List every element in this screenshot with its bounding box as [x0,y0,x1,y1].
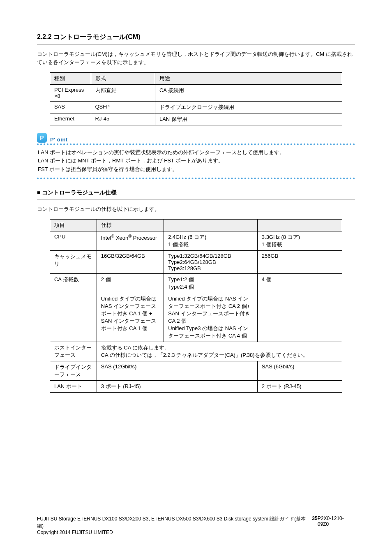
footer-left: FUJITSU Storage ETERNUS DX100 S3/DX200 S… [37,516,312,535]
table-row: キャッシュメモリ16GB/32GB/64GBType1:32GB/64GB/12… [50,250,342,273]
table-cell: Ethernet [50,113,91,125]
table-row: SASQSFPドライブエンクロージャ接続用 [50,102,342,113]
spec-table: 項目 仕様 CPUIntel® Xeon® Processor2.4GHz (6… [50,219,342,393]
table-row: LAN ポート3 ポート (RJ-45)2 ポート (RJ-45) [50,380,342,392]
spec-col-1: 仕様 [97,219,164,231]
table-cell: 2.4GHz (6 コア) 1 個搭載 [164,231,258,250]
table-cell: LAN 保守用 [155,113,342,125]
dotted-rule-bottom [37,178,355,179]
table-cell: LAN ポート [50,380,97,392]
spec-col-0: 項目 [50,219,97,231]
col-type: 種別 [50,73,91,85]
table-cell: PCI Express ×8 [50,85,91,102]
col-use: 用途 [155,73,342,85]
table-row: ドライブインターフェースSAS (12Gbit/s)SAS (6Gbit/s) [50,361,342,380]
interface-table: 種別 形式 用途 PCI Express ×8内部直結CA 接続用SASQSFP… [50,72,342,125]
table-cell: 2 個 [97,273,164,293]
spec-lead: コントローラモジュールの仕様を以下に示します。 [37,205,355,213]
table-cell: SAS [50,102,91,113]
spec-section: ■ コントローラモジュール仕様 コントローラモジュールの仕様を以下に示します。 … [37,189,355,393]
table-cell: CA 搭載数 [50,273,97,342]
table-cell: 内部直結 [91,85,155,102]
table-cell: CPU [50,231,97,250]
point-label: P' oint [50,136,68,143]
table-cell: SAS (6Gbit/s) [257,361,342,380]
page-footer: FUJITSU Storage ETERNUS DX100 S3/DX200 S… [0,516,392,535]
table-cell: 256GB [257,250,342,273]
table-cell: キャッシュメモリ [50,250,97,273]
table-cell: 搭載する CA に依存します。 CA の仕様については，「2.2.3 チャネルア… [97,342,342,361]
table-row: CPUIntel® Xeon® Processor2.4GHz (6 コア) 1… [50,231,342,250]
footer-page: 35 [312,516,317,535]
table-cell: QSFP [91,102,155,113]
table-cell: 2 ポート (RJ-45) [257,380,342,392]
spec-heading: ■ コントローラモジュール仕様 [37,189,355,199]
table-cell: Type1:2 個 Type2:4 個 [164,273,258,293]
table-header-row: 項目 仕様 [50,219,342,231]
spec-col-3 [257,219,342,231]
table-cell: ドライブエンクロージャ接続用 [155,102,342,113]
table-cell: 3.3GHz (8 コア) 1 個搭載 [257,231,342,250]
table-cell: Intel® Xeon® Processor [97,231,164,250]
table-cell: ホストインターフェース [50,342,97,361]
table-cell: Unified タイプの場合は NAS インターフェースポート付き CA 2 個… [164,293,258,342]
table-cell: 4 個 [257,273,342,342]
section-intro: コントローラモジュール(CM)は，キャッシュメモリを管理し，ホストとドライブ間の… [37,50,355,67]
footer-right: P2X0-1210-09Z0 [318,516,355,535]
table-cell: Type1:32GB/64GB/128GB Type2:64GB/128GB T… [164,250,258,273]
table-row: PCI Express ×8内部直結CA 接続用 [50,85,342,102]
table-header-row: 種別 形式 用途 [50,73,342,85]
section-2-2-2: 2.2.2 コントローラモジュール(CM) コントローラモジュール(CM)は，キ… [37,33,355,179]
point-line: FST ポートは担当保守員が保守を行う場合に使用します。 [38,165,354,173]
spec-col-2 [164,219,258,231]
point-icon: P [37,133,47,143]
table-cell: RJ-45 [91,113,155,125]
table-cell: 16GB/32GB/64GB [97,250,164,273]
table-cell: Unified タイプの場合は NAS インターフェースポート付き CA 1 個… [97,293,164,342]
table-row: EthernetRJ-45LAN 保守用 [50,113,342,125]
section-title: 2.2.2 コントローラモジュール(CM) [37,33,355,44]
table-cell: 3 ポート (RJ-45) [97,380,257,392]
table-row: ホストインターフェース搭載する CA に依存します。 CA の仕様については，「… [50,342,342,361]
table-cell: SAS (12Gbit/s) [97,361,257,380]
point-callout: P P' oint LAN ポートはオペレーションの実行や装置状態表示のための外… [37,133,355,179]
table-row: CA 搭載数2 個Type1:2 個 Type2:4 個4 個 [50,273,342,293]
point-line: LAN ポートには MNT ポート，RMT ポート，および FST ポートがあり… [38,157,354,165]
table-cell: CA 接続用 [155,85,342,102]
point-line: LAN ポートはオペレーションの実行や装置状態表示のための外部インターフェースと… [38,148,354,157]
col-form: 形式 [91,73,155,85]
point-body: LAN ポートはオペレーションの実行や装置状態表示のための外部インターフェースと… [37,145,355,177]
table-cell: ドライブインターフェース [50,361,97,380]
